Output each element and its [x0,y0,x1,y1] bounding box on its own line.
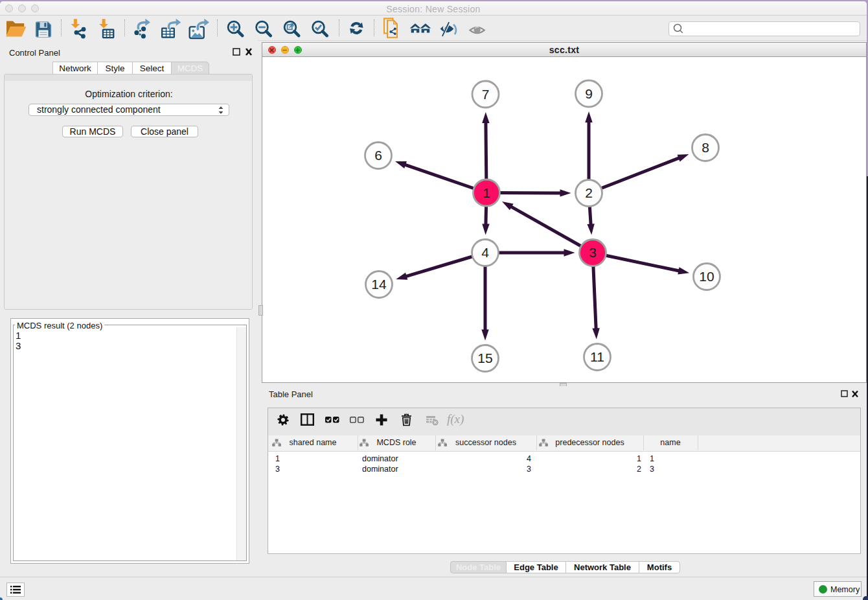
svg-text:2: 2 [585,185,593,200]
svg-text:4: 4 [481,245,489,260]
svg-text:6: 6 [374,148,382,163]
svg-text:15: 15 [477,351,492,365]
svg-text:14: 14 [371,277,387,292]
svg-text:7: 7 [482,87,490,102]
svg-text:9: 9 [585,86,593,101]
svg-text:11: 11 [590,349,604,364]
svg-text:1: 1 [483,185,490,200]
svg-text:3: 3 [589,245,597,260]
svg-text:10: 10 [699,269,714,284]
svg-text:8: 8 [702,140,709,155]
